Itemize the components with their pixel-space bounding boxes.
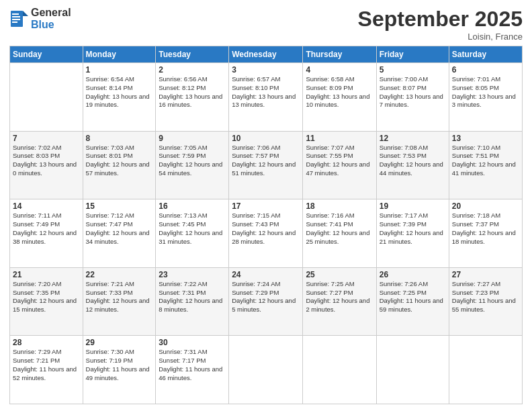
day-info: Sunrise: 7:26 AMSunset: 7:25 PMDaylight:… <box>380 280 446 314</box>
day-number: 26 <box>380 270 446 279</box>
day-number: 30 <box>159 338 226 347</box>
logo: General Blue <box>9 7 71 30</box>
calendar-cell: 27Sunrise: 7:27 AMSunset: 7:23 PMDayligh… <box>449 267 522 336</box>
calendar-cell <box>229 336 303 404</box>
calendar-cell <box>449 336 522 404</box>
day-info: Sunrise: 7:16 AMSunset: 7:41 PMDaylight:… <box>306 212 373 246</box>
day-number: 20 <box>452 201 519 211</box>
day-number: 8 <box>86 134 153 143</box>
calendar-cell: 13Sunrise: 7:10 AMSunset: 7:51 PMDayligh… <box>449 131 522 199</box>
day-number: 9 <box>159 134 226 143</box>
day-number: 15 <box>86 201 153 211</box>
calendar-cell: 26Sunrise: 7:26 AMSunset: 7:25 PMDayligh… <box>376 267 449 336</box>
calendar-cell <box>376 336 449 404</box>
calendar-week-row-1: 1Sunrise: 6:54 AMSunset: 8:14 PMDaylight… <box>10 63 523 132</box>
calendar-week-row-2: 7Sunrise: 7:02 AMSunset: 8:03 PMDaylight… <box>10 131 523 199</box>
logo-blue: Blue <box>31 19 71 31</box>
day-info: Sunrise: 7:02 AMSunset: 8:03 PMDaylight:… <box>13 144 80 178</box>
calendar-table: Sunday Monday Tuesday Wednesday Thursday… <box>9 46 523 404</box>
header: General Blue September 2025 Loisin, Fran… <box>9 7 523 42</box>
day-number: 16 <box>159 201 226 211</box>
day-info: Sunrise: 7:17 AMSunset: 7:39 PMDaylight:… <box>380 212 446 246</box>
calendar-header-row: Sunday Monday Tuesday Wednesday Thursday… <box>10 46 523 63</box>
day-info: Sunrise: 7:20 AMSunset: 7:35 PMDaylight:… <box>13 280 80 314</box>
day-number: 13 <box>452 134 519 143</box>
calendar-week-row-3: 14Sunrise: 7:11 AMSunset: 7:49 PMDayligh… <box>10 199 523 268</box>
day-info: Sunrise: 7:22 AMSunset: 7:31 PMDaylight:… <box>159 280 226 314</box>
calendar-cell: 2Sunrise: 6:56 AMSunset: 8:12 PMDaylight… <box>156 63 229 132</box>
day-info: Sunrise: 7:05 AMSunset: 7:59 PMDaylight:… <box>159 144 226 178</box>
calendar-week-row-4: 21Sunrise: 7:20 AMSunset: 7:35 PMDayligh… <box>10 267 523 336</box>
calendar-cell: 25Sunrise: 7:25 AMSunset: 7:27 PMDayligh… <box>303 267 376 336</box>
day-info: Sunrise: 7:30 AMSunset: 7:19 PMDaylight:… <box>86 348 153 382</box>
day-number: 22 <box>86 270 153 279</box>
day-number: 11 <box>306 134 373 143</box>
day-info: Sunrise: 7:13 AMSunset: 7:45 PMDaylight:… <box>159 212 226 246</box>
calendar-cell: 30Sunrise: 7:31 AMSunset: 7:17 PMDayligh… <box>156 336 229 404</box>
header-sunday: Sunday <box>10 46 83 63</box>
day-info: Sunrise: 7:00 AMSunset: 8:07 PMDaylight:… <box>380 75 446 109</box>
calendar-cell <box>10 63 83 132</box>
day-info: Sunrise: 7:07 AMSunset: 7:55 PMDaylight:… <box>306 144 373 178</box>
calendar-cell: 16Sunrise: 7:13 AMSunset: 7:45 PMDayligh… <box>156 199 229 268</box>
day-info: Sunrise: 7:27 AMSunset: 7:23 PMDaylight:… <box>452 280 519 314</box>
day-number: 3 <box>232 65 300 75</box>
day-number: 1 <box>86 65 153 75</box>
day-info: Sunrise: 6:58 AMSunset: 8:09 PMDaylight:… <box>306 75 373 109</box>
header-friday: Friday <box>376 46 449 63</box>
logo-icon <box>9 8 28 30</box>
day-number: 29 <box>86 338 153 347</box>
day-info: Sunrise: 7:01 AMSunset: 8:05 PMDaylight:… <box>452 75 519 109</box>
day-info: Sunrise: 7:31 AMSunset: 7:17 PMDaylight:… <box>159 348 226 382</box>
calendar-cell: 6Sunrise: 7:01 AMSunset: 8:05 PMDaylight… <box>449 63 522 132</box>
calendar-cell: 9Sunrise: 7:05 AMSunset: 7:59 PMDaylight… <box>156 131 229 199</box>
day-info: Sunrise: 7:11 AMSunset: 7:49 PMDaylight:… <box>13 212 80 246</box>
svg-rect-3 <box>12 16 20 17</box>
day-number: 5 <box>380 65 446 75</box>
day-number: 12 <box>380 134 446 143</box>
title-block: September 2025 Loisin, France <box>358 7 523 42</box>
calendar-cell: 21Sunrise: 7:20 AMSunset: 7:35 PMDayligh… <box>10 267 83 336</box>
day-number: 18 <box>306 201 373 211</box>
day-info: Sunrise: 7:12 AMSunset: 7:47 PMDaylight:… <box>86 212 153 246</box>
calendar-cell: 22Sunrise: 7:21 AMSunset: 7:33 PMDayligh… <box>83 267 156 336</box>
day-number: 24 <box>232 270 300 279</box>
day-number: 17 <box>232 201 300 211</box>
day-info: Sunrise: 7:29 AMSunset: 7:21 PMDaylight:… <box>13 348 80 382</box>
day-number: 2 <box>159 65 226 75</box>
calendar-cell: 7Sunrise: 7:02 AMSunset: 8:03 PMDaylight… <box>10 131 83 199</box>
calendar-cell: 10Sunrise: 7:06 AMSunset: 7:57 PMDayligh… <box>229 131 303 199</box>
day-info: Sunrise: 7:18 AMSunset: 7:37 PMDaylight:… <box>452 212 519 246</box>
logo-text: General Blue <box>31 7 71 30</box>
calendar-cell: 18Sunrise: 7:16 AMSunset: 7:41 PMDayligh… <box>303 199 376 268</box>
svg-rect-2 <box>12 13 19 15</box>
day-number: 19 <box>380 201 446 211</box>
calendar-cell: 20Sunrise: 7:18 AMSunset: 7:37 PMDayligh… <box>449 199 522 268</box>
svg-rect-4 <box>12 19 20 20</box>
header-monday: Monday <box>83 46 156 63</box>
calendar-cell: 3Sunrise: 6:57 AMSunset: 8:10 PMDaylight… <box>229 63 303 132</box>
day-info: Sunrise: 7:24 AMSunset: 7:29 PMDaylight:… <box>232 280 300 314</box>
day-info: Sunrise: 7:08 AMSunset: 7:53 PMDaylight:… <box>380 144 446 178</box>
header-wednesday: Wednesday <box>229 46 303 63</box>
day-number: 14 <box>13 201 80 211</box>
calendar-cell: 28Sunrise: 7:29 AMSunset: 7:21 PMDayligh… <box>10 336 83 404</box>
day-number: 4 <box>306 65 373 75</box>
header-tuesday: Tuesday <box>156 46 229 63</box>
day-number: 21 <box>13 270 80 279</box>
calendar-cell: 12Sunrise: 7:08 AMSunset: 7:53 PMDayligh… <box>376 131 449 199</box>
day-info: Sunrise: 6:54 AMSunset: 8:14 PMDaylight:… <box>86 75 153 109</box>
day-number: 10 <box>232 134 300 143</box>
location: Loisin, France <box>358 32 523 42</box>
calendar-cell: 5Sunrise: 7:00 AMSunset: 8:07 PMDaylight… <box>376 63 449 132</box>
svg-rect-5 <box>12 21 17 23</box>
day-info: Sunrise: 6:56 AMSunset: 8:12 PMDaylight:… <box>159 75 226 109</box>
calendar-cell: 1Sunrise: 6:54 AMSunset: 8:14 PMDaylight… <box>83 63 156 132</box>
header-saturday: Saturday <box>449 46 522 63</box>
day-info: Sunrise: 6:57 AMSunset: 8:10 PMDaylight:… <box>232 75 300 109</box>
day-number: 6 <box>452 65 519 75</box>
calendar-cell: 8Sunrise: 7:03 AMSunset: 8:01 PMDaylight… <box>83 131 156 199</box>
day-info: Sunrise: 7:15 AMSunset: 7:43 PMDaylight:… <box>232 212 300 246</box>
day-info: Sunrise: 7:25 AMSunset: 7:27 PMDaylight:… <box>306 280 373 314</box>
calendar-cell: 15Sunrise: 7:12 AMSunset: 7:47 PMDayligh… <box>83 199 156 268</box>
